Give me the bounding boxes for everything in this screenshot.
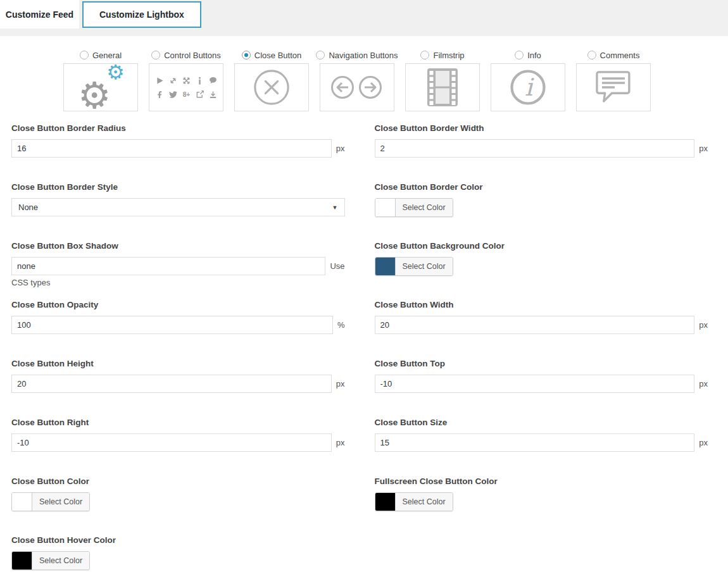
field-close-button-color: Close Button Color Select Color bbox=[11, 476, 345, 511]
field-label: Close Button Opacity bbox=[11, 300, 345, 310]
prev-next-arrows-icon bbox=[330, 75, 384, 100]
size-input[interactable] bbox=[375, 433, 695, 452]
icon-box-info[interactable]: i bbox=[491, 63, 565, 111]
select-color-button[interactable]: Select Color bbox=[395, 258, 453, 275]
radio-comments[interactable]: Comments bbox=[576, 49, 651, 61]
width-input[interactable] bbox=[375, 316, 695, 334]
resize-icon bbox=[169, 77, 177, 85]
field-close-button-height: Close Button Height px bbox=[11, 359, 345, 394]
icon-box-general[interactable]: ⚙ ⚙ bbox=[63, 63, 138, 111]
field-label: Close Button Border Style bbox=[11, 182, 345, 192]
color-swatch bbox=[375, 199, 395, 216]
control-buttons-icon: 8+ bbox=[155, 75, 218, 100]
info-circle-icon: i bbox=[509, 68, 547, 106]
color-swatch bbox=[375, 258, 395, 275]
field-close-button-opacity: Close Button Opacity % bbox=[11, 300, 345, 335]
select-color-button[interactable]: Select Color bbox=[395, 199, 453, 216]
field-close-button-top: Close Button Top px bbox=[375, 359, 708, 394]
chevron-down-icon: ▼ bbox=[332, 204, 338, 211]
icon-box-close-button[interactable] bbox=[234, 63, 309, 111]
unit-suffix: px bbox=[336, 144, 345, 153]
radio-circle[interactable] bbox=[316, 51, 325, 59]
radio-navigation-buttons[interactable]: Navigation Buttons bbox=[320, 49, 394, 61]
field-label: Close Button Color bbox=[11, 476, 345, 487]
radio-control-buttons[interactable]: Control Buttons bbox=[149, 49, 223, 61]
tab-customize-feed[interactable]: Customize Feed bbox=[0, 0, 79, 28]
select-color-button[interactable]: Select Color bbox=[395, 493, 453, 511]
radio-circle[interactable] bbox=[587, 51, 596, 59]
unit-suffix: px bbox=[699, 144, 708, 153]
radio-label: Close Button bbox=[254, 51, 301, 60]
filmstrip-icon bbox=[427, 68, 458, 107]
box-shadow-input[interactable] bbox=[11, 257, 325, 275]
google-plus-icon: 8+ bbox=[182, 90, 191, 99]
radio-info[interactable]: Info bbox=[491, 49, 565, 61]
unit-suffix: px bbox=[699, 320, 708, 330]
field-close-button-box-shadow: Close Button Box Shadow Use CSS types bbox=[11, 241, 345, 276]
comment-bubble-icon bbox=[595, 70, 632, 104]
border-style-select[interactable]: None ▼ bbox=[11, 198, 345, 216]
fullscreen-close-color-picker[interactable]: Select Color bbox=[375, 492, 453, 511]
radio-close-button[interactable]: Close Button bbox=[234, 49, 309, 61]
border-radius-input[interactable] bbox=[11, 139, 332, 158]
field-close-button-border-width: Close Button Border Width px bbox=[375, 123, 708, 158]
field-label: Close Button Border Radius bbox=[11, 123, 345, 134]
field-close-button-border-style: Close Button Border Style None ▼ bbox=[11, 182, 345, 217]
radio-filmstrip[interactable]: Filmstrip bbox=[405, 49, 480, 61]
right-input[interactable] bbox=[11, 433, 332, 452]
gear-small-icon: ⚙ bbox=[106, 62, 125, 82]
radio-label: Comments bbox=[600, 51, 640, 60]
height-input[interactable] bbox=[11, 375, 332, 393]
comment-icon bbox=[209, 77, 217, 85]
radio-circle[interactable] bbox=[515, 51, 524, 59]
helper-text-css-types: CSS types bbox=[11, 278, 50, 287]
select-value: None bbox=[18, 202, 38, 212]
radio-label: General bbox=[92, 51, 122, 60]
gear-icon: ⚙ ⚙ bbox=[77, 70, 125, 105]
icon-box-control-buttons[interactable]: 8+ bbox=[149, 63, 223, 111]
close-button-color-picker[interactable]: Select Color bbox=[11, 492, 90, 511]
border-width-input[interactable] bbox=[375, 139, 695, 158]
select-color-button[interactable]: Select Color bbox=[32, 493, 89, 511]
background-color-picker[interactable]: Select Color bbox=[375, 257, 453, 276]
top-input[interactable] bbox=[375, 375, 695, 393]
unit-suffix: px bbox=[699, 438, 708, 447]
color-swatch bbox=[12, 493, 32, 511]
svg-text:8+: 8+ bbox=[182, 91, 190, 98]
field-close-button-background-color: Close Button Background Color Select Col… bbox=[375, 241, 708, 276]
icon-box-filmstrip[interactable] bbox=[405, 63, 480, 111]
radio-circle[interactable] bbox=[420, 51, 429, 59]
field-label: Close Button Right bbox=[11, 418, 345, 428]
radio-circle[interactable] bbox=[151, 51, 160, 59]
icon-box-navigation-buttons[interactable] bbox=[320, 63, 394, 111]
radio-label: Control Buttons bbox=[164, 51, 221, 60]
svg-text:i: i bbox=[525, 73, 534, 101]
radio-label: Info bbox=[527, 51, 541, 60]
field-close-button-size: Close Button Size px bbox=[375, 418, 708, 452]
field-label: Close Button Box Shadow bbox=[11, 241, 345, 251]
field-close-button-width: Close Button Width px bbox=[375, 300, 708, 335]
border-color-picker[interactable]: Select Color bbox=[375, 198, 453, 217]
section-icon-boxes: ⚙ ⚙ 8+ bbox=[63, 63, 728, 111]
field-label: Close Button Border Color bbox=[375, 182, 708, 192]
radio-general[interactable]: General bbox=[63, 49, 138, 61]
field-label: Close Button Width bbox=[375, 300, 708, 310]
color-swatch bbox=[12, 552, 32, 570]
icon-box-comments[interactable] bbox=[576, 63, 651, 111]
facebook-icon bbox=[156, 90, 164, 99]
hover-color-picker[interactable]: Select Color bbox=[11, 551, 90, 570]
play-icon bbox=[156, 77, 164, 85]
tab-bar: Customize Feed Customize Lightbox bbox=[0, 0, 728, 36]
download-icon bbox=[209, 90, 217, 99]
tab-customize-lightbox[interactable]: Customize Lightbox bbox=[82, 1, 201, 28]
info-icon bbox=[196, 77, 204, 85]
section-radio-row: General Control Buttons Close Button Nav… bbox=[63, 49, 728, 63]
unit-suffix: px bbox=[336, 438, 345, 447]
radio-circle[interactable] bbox=[80, 51, 89, 59]
opacity-input[interactable] bbox=[11, 316, 333, 334]
radio-circle[interactable] bbox=[242, 51, 251, 59]
field-label: Close Button Size bbox=[375, 418, 708, 428]
select-color-button[interactable]: Select Color bbox=[32, 552, 89, 570]
helper-text-use: Use bbox=[330, 261, 344, 271]
color-swatch bbox=[375, 493, 395, 511]
